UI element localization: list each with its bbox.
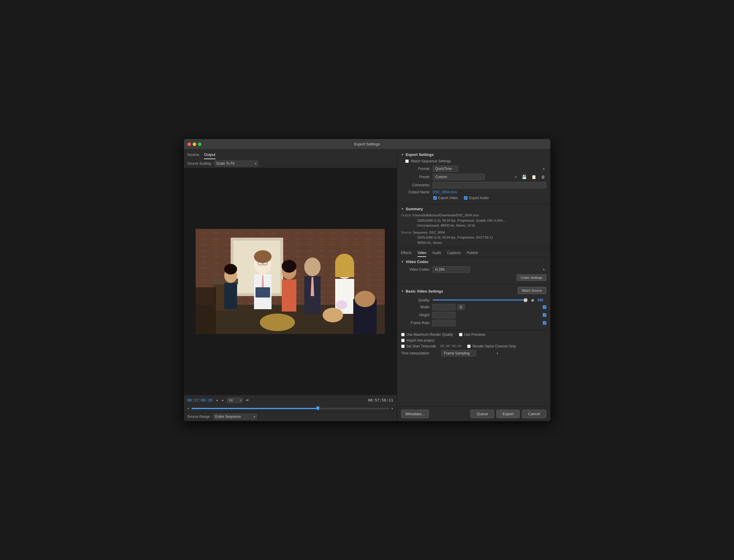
use-previews-checkbox[interactable] — [459, 333, 462, 336]
set-start-timecode-label[interactable]: Set Start Timecode — [406, 344, 436, 348]
svg-point-24 — [282, 260, 296, 273]
tab-video[interactable]: Video — [418, 250, 426, 257]
tab-source[interactable]: Source — [187, 151, 199, 159]
max-render-quality-item: Use Maximum Render Quality — [401, 333, 453, 337]
quality-row: Quality: ◉ 100 — [401, 298, 546, 302]
import-into-project-item: Import into project — [401, 338, 434, 342]
svg-rect-26 — [224, 283, 237, 309]
footer-buttons: Metadata... Queue Export Cancel — [397, 406, 550, 421]
queue-button[interactable]: Queue — [470, 410, 494, 418]
zoom-select[interactable]: Fit 100% 50% — [227, 398, 243, 403]
export-video-label[interactable]: Export Video — [438, 196, 458, 200]
frame-rate-checkbox[interactable] — [543, 321, 546, 325]
right-panel: ▼ Export Settings Match Sequence Setting… — [397, 149, 550, 421]
prev-frame-button[interactable]: ◂ — [215, 398, 219, 402]
timeline-end-marker[interactable]: ▸ — [389, 407, 393, 410]
tab-captions[interactable]: Captions — [447, 250, 461, 257]
export-settings-title: Export Settings — [406, 152, 434, 157]
summary-source-label: Source: — [401, 231, 412, 234]
wedding-scene-svg — [196, 229, 385, 334]
tab-publish[interactable]: Publish — [467, 250, 478, 257]
source-scaling-select[interactable]: Scale To Fit Scale To Fill Stretch To Fi… — [214, 161, 258, 166]
comments-input[interactable] — [433, 182, 546, 188]
time-interpolation-select[interactable]: Frame Sampling Frame Blending Optical Fl… — [441, 350, 476, 356]
svg-rect-11 — [255, 287, 270, 298]
render-quality-row: Use Maximum Render Quality Use Previews — [401, 333, 546, 337]
quality-label: Quality: — [401, 298, 430, 302]
timeline[interactable]: ◂ ▸ — [184, 405, 397, 412]
export-audio-row: Export Audio — [464, 196, 489, 200]
tab-audio[interactable]: Audio — [432, 250, 441, 257]
frame-rate-input[interactable]: 59.94 — [432, 320, 455, 326]
basic-video-collapse-icon[interactable]: ▼ — [401, 290, 404, 293]
export-video-checkbox[interactable] — [433, 196, 437, 200]
export-video-row: Export Video — [433, 196, 458, 200]
summary-source-detail2: 48000 Hz, Stereo — [417, 240, 546, 246]
video-codec-header: ▼ Video Codec — [401, 260, 546, 264]
source-scaling-select-wrapper: Scale To Fit Scale To Fill Stretch To Fi… — [214, 161, 258, 166]
close-button[interactable] — [187, 142, 191, 146]
video-codec-collapse-icon[interactable]: ▼ — [401, 260, 404, 263]
format-select[interactable]: QuickTime H.264 MP4 — [433, 166, 458, 172]
timeline-handle[interactable] — [316, 406, 319, 411]
render-alpha-checkbox[interactable] — [467, 345, 471, 348]
preset-select[interactable]: Custom Match Source - High Bitrate HD 10… — [433, 174, 485, 180]
export-checkboxes: Export Video Export Audio — [433, 196, 546, 200]
timeline-start-marker[interactable]: ◂ — [187, 407, 192, 410]
width-input[interactable]: 1,920 — [432, 304, 455, 310]
source-range-label: Source Range: — [187, 415, 211, 419]
max-render-quality-checkbox[interactable] — [401, 333, 405, 336]
quality-circle-icon: ◉ — [531, 298, 534, 302]
summary-header: ▼ Summary — [401, 207, 546, 211]
height-checkbox[interactable] — [543, 313, 546, 317]
tab-effects[interactable]: Effects — [401, 250, 412, 257]
import-row: Import into project — [401, 338, 546, 342]
svg-point-31 — [254, 250, 272, 263]
import-into-project-label[interactable]: Import into project — [406, 338, 434, 342]
export-audio-checkbox[interactable] — [464, 196, 467, 200]
playback-controls: 00:37:06:26 ◂ ▸ Fit 100% 50% ⇄ 00:57:56:… — [184, 395, 397, 405]
collapse-icon[interactable]: ▼ — [401, 153, 404, 156]
timeline-track[interactable] — [192, 408, 389, 409]
basic-video-title: Basic Video Settings — [406, 289, 443, 293]
maximize-button[interactable] — [198, 142, 201, 146]
source-range-select[interactable]: Entire Sequence Work Area Custom — [213, 414, 257, 420]
save-preset-button[interactable]: 💾 — [521, 174, 528, 180]
export-button[interactable]: Export — [496, 410, 520, 418]
video-codec-row: Video Codec: H.264 Apple ProRes 422 H.26… — [401, 266, 546, 273]
source-range-select-wrapper: Entire Sequence Work Area Custom — [213, 414, 257, 420]
match-sequence-checkbox[interactable] — [405, 159, 409, 163]
delete-preset-button[interactable]: 🗑 — [540, 174, 546, 180]
output-name-link[interactable]: DSC_0004.mov — [433, 190, 458, 194]
tab-output[interactable]: Output — [204, 151, 215, 159]
aspect-ratio-button[interactable]: ⇄ — [245, 398, 250, 402]
codec-settings-button[interactable]: Codec Settings — [517, 274, 546, 281]
quality-slider[interactable] — [433, 300, 528, 300]
format-select-wrapper: QuickTime H.264 MP4 — [433, 166, 546, 172]
max-render-quality-label[interactable]: Use Maximum Render Quality — [406, 333, 453, 337]
minimize-button[interactable] — [193, 142, 196, 146]
video-codec-select[interactable]: H.264 Apple ProRes 422 H.265 — [433, 266, 470, 273]
codec-settings-row: Codec Settings — [401, 274, 546, 281]
width-checkbox[interactable] — [543, 305, 546, 309]
source-scaling-bar: Source Scaling: Scale To Fit Scale To Fi… — [184, 159, 397, 168]
next-frame-button[interactable]: ▸ — [221, 398, 225, 402]
match-source-button[interactable]: Match Source — [518, 287, 546, 294]
match-sequence-label[interactable]: Match Sequence Settings — [411, 159, 451, 163]
width-row: Width: 1,920 ⛓ — [401, 304, 546, 310]
manage-preset-button[interactable]: 📋 — [530, 174, 538, 180]
set-start-timecode-checkbox[interactable] — [401, 345, 405, 348]
render-alpha-label[interactable]: Render Alpha Channel Only — [472, 344, 516, 348]
export-settings-window: Export Settings Source Output Source Sca… — [184, 139, 551, 421]
aspect-ratio-link-button[interactable]: ⛓ — [457, 304, 465, 310]
summary-collapse-icon[interactable]: ▼ — [401, 207, 404, 211]
cancel-button[interactable]: Cancel — [522, 410, 546, 418]
start-timecode-row: Set Start Timecode 00:00:00:00 Render Al… — [401, 344, 546, 348]
timecode-current: 00:37:06:26 — [187, 398, 213, 402]
height-input[interactable]: 1,080 — [432, 312, 455, 318]
metadata-button[interactable]: Metadata... — [401, 410, 429, 418]
frame-rate-row: Frame Rate: 59.94 — [401, 320, 546, 326]
import-into-project-checkbox[interactable] — [401, 339, 405, 342]
use-previews-label[interactable]: Use Previews — [464, 333, 486, 337]
export-audio-label[interactable]: Export Audio — [469, 196, 489, 200]
